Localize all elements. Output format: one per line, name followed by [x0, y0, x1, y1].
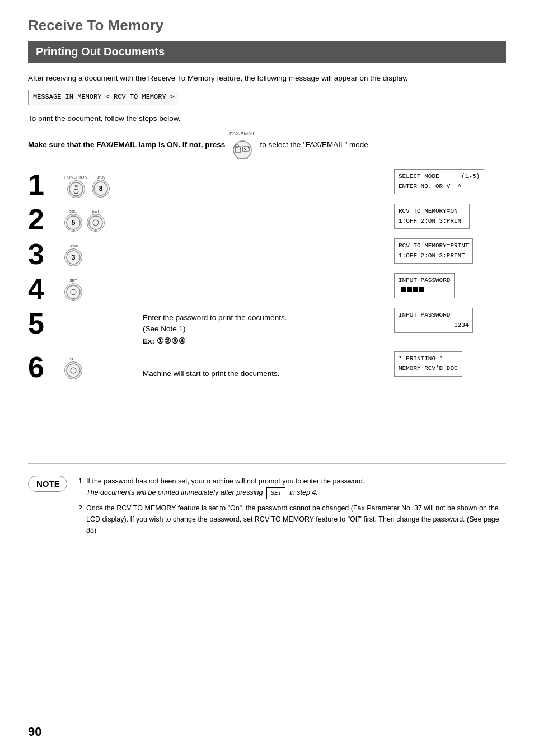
- svg-text:8: 8: [99, 185, 103, 192]
- step-2-row: 2 5JKL 5 SET: [28, 204, 506, 234]
- fax-instruction-before: Make sure that the FAX/EMAIL lamp is ON.…: [28, 139, 225, 151]
- section-header: Printing Out Documents: [28, 41, 506, 63]
- 5-button-icon: 5JKL 5: [64, 209, 82, 232]
- 3-btn-svg: 3: [65, 250, 81, 265]
- display-message-box: MESSAGE IN MEMORY < RCV TO MEMORY >: [28, 90, 179, 105]
- step-5-line1: Enter the password to print the document…: [143, 312, 394, 323]
- set-btn-svg-4: [65, 284, 81, 300]
- function-button-icon: FUNCTION 10: [64, 175, 87, 198]
- step-5-content: Enter the password to print the document…: [64, 308, 506, 347]
- set-circle-4: [64, 283, 82, 301]
- note-1-sub3: in step 4.: [289, 489, 318, 496]
- 3-button-icon: 3DEF 3: [64, 244, 82, 266]
- step-1-number: 1: [28, 169, 64, 199]
- 8-label-top: 8TUV: [96, 175, 105, 179]
- note-2: Once the RCV TO MEMORY feature is set to…: [86, 503, 506, 536]
- fax-instruction-after: to select the "FAX/EMAIL" mode.: [260, 139, 370, 151]
- step-5-number: 5: [28, 308, 64, 338]
- function-btn-svg: 10: [68, 181, 84, 197]
- step-3-icons: 3DEF 3: [64, 238, 143, 266]
- 8-btn-svg: 8: [93, 181, 109, 196]
- step-3-number: 3: [28, 238, 64, 269]
- page-title: Receive To Memory: [28, 17, 506, 34]
- step-6-desc: Machine will start to print the document…: [143, 351, 394, 379]
- step-2-display: RCV TO MEMORY=ON 1:OFF 2:ON 3:PRINT: [394, 204, 506, 229]
- set-btn-svg-6: [65, 363, 81, 378]
- 8-circle: 8: [92, 180, 110, 198]
- set-label-top-2: SET: [92, 209, 100, 213]
- step-2-lcd: RCV TO MEMORY=ON 1:OFF 2:ON 3:PRINT: [394, 204, 470, 229]
- step-4-display: INPUT PASSWORD: [394, 273, 506, 298]
- step-5-line2: (See Note 1): [143, 323, 394, 335]
- fax-email-icon: [230, 138, 255, 160]
- step-5-line3: Ex: ①②③④: [143, 335, 394, 347]
- set-inline-box: SET: [266, 487, 285, 500]
- 8-button-icon: 8TUV 8: [92, 175, 110, 198]
- step-5-row: 5 Enter the password to print the docume…: [28, 308, 506, 347]
- print-instruction: To print the document, follow the steps …: [28, 113, 506, 124]
- intro-text: After receiving a document with the Rece…: [28, 73, 506, 84]
- note-content: If the password has not been set, your m…: [77, 476, 506, 540]
- 5-btn-svg: 5: [65, 215, 81, 231]
- note-1-sub-text: The documents will be printed immediatel…: [86, 489, 263, 496]
- step-3-row: 3 3DEF 3 RCV TO: [28, 238, 506, 269]
- note-1-sub: The documents will be printed immediatel…: [86, 489, 318, 496]
- step-4-lcd: INPUT PASSWORD: [394, 273, 455, 298]
- fax-email-svg: [230, 138, 255, 160]
- step-6-row: 6 SET Machine will start to pr: [28, 351, 506, 382]
- step-1-desc: [143, 169, 394, 175]
- step-2-content: 5JKL 5 SET: [64, 204, 506, 232]
- step-6-content: SET Machine will start to print the docu…: [64, 351, 506, 379]
- step-4-content: SET INPUT PASSWORD: [64, 273, 506, 301]
- step-1-lcd: SELECT MODE (1-5) ENTER NO. OR V ^: [394, 169, 484, 194]
- 3-label-top: 3DEF: [69, 244, 78, 248]
- step-2-desc: [143, 204, 394, 209]
- 3-circle: 3: [64, 248, 82, 266]
- step-6-lcd: * PRINTING * MEMORY RCV'D DOC: [394, 351, 462, 377]
- set-label-top-4: SET: [69, 279, 77, 283]
- set-btn-svg-2: [88, 215, 104, 231]
- step-6-number: 6: [28, 351, 64, 382]
- note-badge: NOTE: [28, 476, 67, 492]
- step-4-desc: [143, 273, 394, 279]
- 5-circle: 5: [64, 214, 82, 232]
- step-1-content: FUNCTION 10 8TUV: [64, 169, 506, 198]
- step-5-lcd: INPUT PASSWORD 1234: [394, 308, 473, 333]
- fax-email-label: FAX/EMAIL: [229, 130, 256, 138]
- step-2-icons: 5JKL 5 SET: [64, 204, 143, 232]
- spacer: [28, 385, 506, 452]
- set-button-icon-4: SET: [64, 279, 82, 301]
- svg-point-29: [67, 285, 80, 299]
- set-button-icon-6: SET: [64, 357, 82, 379]
- step-5-display: INPUT PASSWORD 1234: [394, 308, 506, 333]
- note-section: NOTE If the password has not been set, y…: [28, 476, 506, 540]
- svg-text:3: 3: [72, 253, 76, 261]
- note-1-text: If the password has not been set, your m…: [86, 477, 365, 485]
- step-1-icons: FUNCTION 10 8TUV: [64, 169, 143, 198]
- fax-email-row: Make sure that the FAX/EMAIL lamp is ON.…: [28, 130, 506, 161]
- step-5-icons: [64, 308, 143, 312]
- set-circle-2: [87, 214, 105, 232]
- step-3-lcd: RCV TO MEMORY=PRINT 1:OFF 2:ON 3:PRINT: [394, 238, 473, 264]
- step-1-row: 1 FUNCTION 10: [28, 169, 506, 199]
- note-1: If the password has not been set, your m…: [86, 476, 506, 500]
- step-3-desc: [143, 238, 394, 244]
- set-label-top-6: SET: [69, 357, 77, 361]
- page-number: 90: [28, 725, 41, 739]
- step-1-display: SELECT MODE (1-5) ENTER NO. OR V ^: [394, 169, 506, 194]
- step-5-desc: Enter the password to print the document…: [143, 308, 394, 347]
- function-circle: 10: [67, 180, 85, 198]
- steps-container: 1 FUNCTION 10: [28, 169, 506, 385]
- step-2-number: 2: [28, 204, 64, 234]
- step-6-icons: SET: [64, 351, 143, 379]
- set-circle-6: [64, 361, 82, 379]
- set-button-icon-2: SET: [87, 209, 105, 232]
- step-3-content: 3DEF 3 RCV TO MEMORY=PRINT 1:OFF 2:ON 3:…: [64, 238, 506, 266]
- step-3-display: RCV TO MEMORY=PRINT 1:OFF 2:ON 3:PRINT: [394, 238, 506, 264]
- function-label: FUNCTION: [64, 175, 87, 180]
- section-divider: [28, 463, 506, 464]
- svg-point-33: [67, 364, 80, 377]
- 5-label-top: 5JKL: [69, 209, 77, 213]
- step-4-row: 4 SET INPUT PA: [28, 273, 506, 303]
- step-4-icons: SET: [64, 273, 143, 301]
